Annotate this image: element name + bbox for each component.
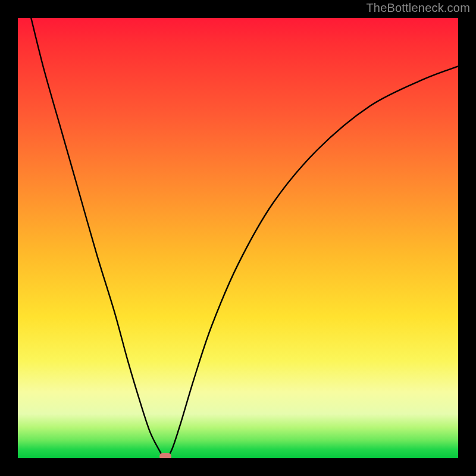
watermark-text: TheBottleneck.com (366, 1, 470, 15)
plot-area (18, 18, 458, 458)
chart-frame: TheBottleneck.com (0, 0, 476, 476)
bottleneck-curve (31, 18, 458, 458)
curve-svg (18, 18, 458, 458)
minimum-marker (159, 453, 171, 458)
